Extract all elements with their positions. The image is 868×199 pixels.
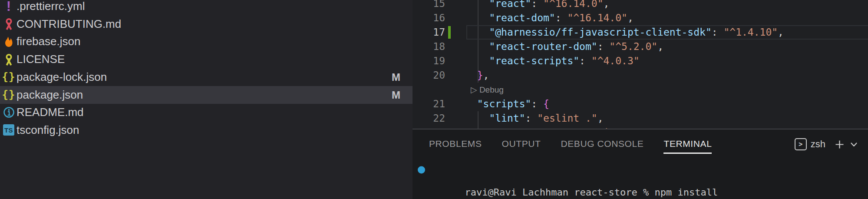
token-plain: : — [555, 12, 568, 23]
file-name: tsconfig.json — [17, 121, 79, 139]
modified-gutter-marker — [448, 26, 451, 39]
token-plain: , — [627, 12, 634, 23]
plus-icon — [834, 139, 845, 150]
token-plain: : — [531, 0, 543, 9]
token-plain: : — [525, 113, 537, 124]
code-text: "react": "^16.14.0", — [465, 0, 609, 11]
git-status-badge: M — [390, 86, 402, 104]
code-line[interactable]: 22 "lint": "eslint .", — [413, 111, 868, 126]
file-name: package.json — [17, 86, 83, 104]
line-number: 23 — [413, 126, 445, 129]
certificate-ribbon-icon — [2, 50, 16, 68]
file-name: firebase.json — [17, 33, 80, 50]
json-braces-icon: {} — [2, 86, 16, 104]
editor-pane[interactable]: 15 "react": "^16.14.0",16 "react-dom": "… — [413, 0, 868, 129]
panel-tab-output[interactable]: OUTPUT — [502, 132, 541, 156]
file-row[interactable]: TStsconfig.json — [0, 121, 413, 139]
token-str: "eslint ." — [537, 113, 597, 124]
code-line[interactable]: 21 "scripts": { — [413, 97, 868, 111]
token-key: "react" — [489, 0, 531, 9]
token-str: "^4.0.3" — [591, 55, 640, 66]
typescript-icon: TS — [2, 121, 16, 139]
token-plain: : — [712, 27, 724, 38]
token-plain — [465, 27, 489, 38]
token-plain — [465, 98, 477, 109]
command-decoration-dot — [418, 166, 425, 174]
git-status-badge: M — [390, 68, 402, 86]
token-plain: : — [531, 98, 543, 109]
token-str: "^16.14.0" — [543, 0, 603, 9]
code-text: "react-dom": "^16.14.0", — [465, 11, 634, 25]
panel-tab-terminal[interactable]: TERMINAL — [663, 132, 712, 156]
token-plain — [465, 12, 489, 23]
token-str: "^5.2.0" — [609, 41, 657, 52]
explorer-sidebar: !.prettierrc.ymlCONTRIBUTING.mdfirebase.… — [0, 0, 413, 199]
line-number: 18 — [413, 40, 445, 54]
ribbon-icon — [2, 15, 16, 33]
file-name: README.md — [17, 103, 84, 121]
chevron-down-icon — [849, 140, 858, 149]
token-plain — [465, 113, 489, 124]
terminal-output-line: added 3 packages, and audited 2032 packa… — [430, 186, 747, 198]
token-plain: : — [597, 41, 610, 52]
token-key: "lint" — [489, 113, 525, 124]
codelens-debug-link[interactable]: ▷ Debug — [471, 83, 504, 97]
bottom-panel: PROBLEMSOUTPUTDEBUG CONSOLETERMINAL > zs… — [413, 129, 868, 199]
line-number: 21 — [413, 97, 445, 111]
codelens-row: ▷ Debug — [413, 83, 868, 97]
vscode-window: !.prettierrc.ymlCONTRIBUTING.mdfirebase.… — [0, 0, 868, 199]
file-row[interactable]: LICENSE — [0, 50, 413, 68]
file-name: package-lock.json — [17, 68, 107, 86]
terminal-dropdown-button[interactable] — [849, 140, 858, 149]
code-line[interactable]: 23 "start": "react-scripts start", — [413, 126, 868, 129]
file-row[interactable]: {}package-lock.jsonM — [0, 68, 413, 86]
token-plain: , — [597, 113, 604, 124]
code-line[interactable]: 15 "react": "^16.14.0", — [413, 0, 868, 11]
firebase-flame-icon — [2, 33, 16, 50]
panel-tab-problems[interactable]: PROBLEMS — [429, 132, 482, 156]
json-braces-icon: {} — [2, 68, 16, 86]
code-text: "start": "react-scripts start", — [465, 126, 676, 129]
token-str: "^16.14.0" — [567, 12, 627, 23]
panel-tab-debug-console[interactable]: DEBUG CONSOLE — [561, 132, 644, 156]
token-plain — [465, 55, 489, 66]
token-brace: { — [543, 98, 549, 109]
file-row[interactable]: README.md — [0, 103, 413, 121]
line-number: 17 — [413, 25, 445, 40]
token-plain: , — [657, 41, 663, 52]
token-key: "@harnessio/ff-javascript-client-sdk" — [489, 27, 711, 38]
file-row[interactable]: {}package.jsonM — [0, 86, 413, 104]
new-terminal-button[interactable] — [834, 139, 845, 150]
line-number: 19 — [413, 54, 445, 68]
token-str: "^1.4.10" — [723, 27, 778, 38]
shell-label[interactable]: zsh — [811, 139, 825, 150]
token-plain: , — [604, 0, 610, 9]
code-line[interactable]: 16 "react-dom": "^16.14.0", — [413, 11, 868, 25]
code-line[interactable]: 17 "@harnessio/ff-javascript-client-sdk"… — [413, 25, 868, 40]
terminal-shell-icon: > — [795, 138, 807, 150]
file-name: CONTRIBUTING.md — [17, 15, 121, 33]
file-row[interactable]: CONTRIBUTING.md — [0, 15, 413, 33]
code-text: }, — [465, 68, 489, 83]
token-key: "react-dom" — [489, 12, 555, 23]
line-number: 20 — [413, 68, 445, 83]
code-line[interactable]: 18 "react-router-dom": "^5.2.0", — [413, 40, 868, 54]
line-number: 22 — [413, 111, 445, 126]
line-number: 16 — [413, 11, 445, 25]
code-line[interactable]: 19 "react-scripts": "^4.0.3" — [413, 54, 868, 68]
info-icon — [2, 103, 16, 121]
token-key: "scripts" — [477, 98, 531, 109]
code-text: "lint": "eslint .", — [465, 111, 604, 126]
file-row[interactable]: firebase.json — [0, 33, 413, 50]
file-name: LICENSE — [17, 50, 65, 68]
panel-tab-bar: PROBLEMSOUTPUTDEBUG CONSOLETERMINAL — [429, 132, 712, 156]
terminal-command-line[interactable]: ravi@Ravi Lachhman react-store % npm ins… — [430, 164, 718, 176]
token-plain — [465, 0, 489, 9]
token-plain: , — [778, 27, 784, 38]
file-row[interactable]: !.prettierrc.yml — [0, 0, 413, 15]
line-number: 15 — [413, 0, 445, 11]
token-key: "react-router-dom" — [489, 41, 597, 52]
token-key: "react-scripts" — [489, 55, 579, 66]
code-line[interactable]: 20 }, — [413, 68, 868, 83]
code-text: "scripts": { — [465, 97, 549, 111]
